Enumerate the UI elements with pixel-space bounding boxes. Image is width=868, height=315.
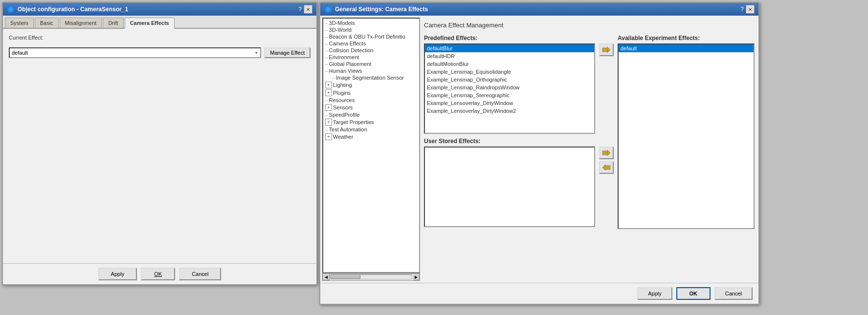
tree-panel[interactable]: – 3D-Models – 3D-World – Beacon & OBU Tx…: [322, 18, 420, 273]
tree-item-beacon[interactable]: – Beacon & OBU Tx-Port Definitio: [324, 33, 418, 40]
dialog1-cancel-button[interactable]: Cancel: [179, 268, 221, 280]
tree-item-plugins[interactable]: + Plugins: [324, 89, 418, 97]
tree-item-3dworld[interactable]: – 3D-World: [324, 26, 418, 33]
scroll-thumb: [331, 275, 360, 279]
current-effect-value: default: [12, 50, 28, 56]
current-effect-row: default ▼ Manage Effect: [9, 47, 311, 58]
predefined-item-lensoverlay-dirty1[interactable]: Example_Lensoverlay_DirtyWindow: [425, 99, 594, 107]
tree-item-speedprofile[interactable]: – SpeedProfile: [324, 111, 418, 118]
tree-item-resources[interactable]: – Resources: [324, 97, 418, 104]
tree-item-target-properties[interactable]: + Target Properties: [324, 118, 418, 126]
dialog1-content: Current Effect: default ▼ Manage Effect: [3, 29, 316, 263]
svg-rect-4: [605, 166, 610, 169]
plugins-expander[interactable]: +: [325, 89, 332, 96]
dialog1-title: Object configuration - CameraSensor_1: [18, 6, 128, 13]
weather-expander[interactable]: +: [325, 133, 332, 140]
tab-camera-effects[interactable]: Camera Effects: [125, 18, 175, 29]
general-settings-dialog: General Settings: Camera Effects ? ✕ – 3…: [319, 2, 759, 305]
combo-arrow-icon: ▼: [254, 51, 258, 55]
dialog2-icon: [324, 5, 332, 13]
user-stored-list[interactable]: [424, 147, 595, 227]
tree-scrollbar[interactable]: ◀ ▶: [322, 273, 420, 281]
dialog2-close-btn[interactable]: ✕: [746, 5, 755, 14]
available-list[interactable]: default: [618, 43, 755, 229]
tree-item-camera-effects[interactable]: – Camera Effects: [324, 40, 418, 47]
predefined-section: Predefined Effects: defaultBlur defaultH…: [424, 35, 614, 134]
dialog1-help-btn[interactable]: ?: [298, 6, 302, 13]
svg-marker-5: [602, 165, 605, 170]
dialog2-footer: Apply OK Cancel: [320, 283, 758, 304]
svg-marker-3: [607, 150, 610, 156]
dialog1-title-bar: Object configuration - CameraSensor_1 ? …: [3, 3, 316, 16]
dialog1-ok-button[interactable]: OK: [141, 268, 175, 280]
camera-effect-mgmt-header: Camera Effect Management: [424, 20, 755, 31]
export-icon: [601, 148, 611, 158]
predefined-item-lensoverlay-dirty2[interactable]: Example_Lensoverlay_DirtyWindow2: [425, 107, 594, 115]
tab-misalignment[interactable]: Misalignment: [60, 18, 102, 28]
tree-item-collision[interactable]: – Collision Detection: [324, 47, 418, 54]
dialog2-title: General Settings: Camera Effects: [335, 6, 428, 13]
predefined-item-lensmap-equisolidangle[interactable]: Example_Lensmap_Equisolidangle: [425, 68, 594, 76]
tree-item-environment[interactable]: – Environment: [324, 54, 418, 61]
predefined-item-lensmap-raindrops[interactable]: Example_Lensmap_RaindropsWindow: [425, 84, 594, 91]
right-panel: Camera Effect Management Predefined Effe…: [422, 18, 757, 281]
scroll-left-btn[interactable]: ◀: [323, 273, 330, 280]
dialog2-title-bar: General Settings: Camera Effects ? ✕: [320, 3, 758, 16]
dialog2-cancel-button[interactable]: Cancel: [714, 287, 753, 300]
scroll-track: [331, 274, 412, 279]
tree-item-human-views[interactable]: – Human Views: [324, 67, 418, 74]
object-config-dialog: Object configuration - CameraSensor_1 ? …: [2, 2, 317, 285]
predefined-label: Predefined Effects:: [424, 35, 614, 42]
left-sections: Predefined Effects: defaultBlur defaultH…: [424, 35, 614, 279]
dialog2-ok-button[interactable]: OK: [676, 287, 711, 300]
predefined-item-lensmap-orthographic[interactable]: Example_Lensmap_Orthographic: [425, 76, 594, 84]
manage-effect-button[interactable]: Manage Effect: [264, 47, 311, 58]
lighting-expander[interactable]: +: [325, 82, 332, 88]
predefined-item-lensmap-stereographic[interactable]: Example_Lensmap_Stereographic: [425, 91, 594, 99]
tree-item-lighting[interactable]: + Lighting: [324, 81, 418, 89]
dialog2-apply-button[interactable]: Apply: [637, 287, 672, 300]
predefined-list[interactable]: defaultBlur defaultHDR defaultMotionBlur…: [424, 43, 595, 134]
tree-item-sensors[interactable]: + Sensors: [324, 104, 418, 111]
target-expander[interactable]: +: [325, 119, 332, 126]
available-effects-row: default: [618, 43, 755, 229]
two-col-layout: Predefined Effects: defaultBlur defaultH…: [424, 35, 755, 279]
predefined-item-defaulthdr[interactable]: defaultHDR: [425, 52, 594, 60]
user-stored-label: User Stored Effects:: [424, 138, 614, 145]
tree-item-weather[interactable]: + Weather: [324, 133, 418, 141]
dialog2-content: – 3D-Models – 3D-World – Beacon & OBU Tx…: [320, 16, 758, 283]
user-stored-buttons: [599, 147, 614, 174]
dialog1-close-btn[interactable]: ✕: [304, 5, 312, 14]
tree-item-global-placement[interactable]: – Global Placement: [324, 61, 418, 67]
user-stored-section: User Stored Effects:: [424, 138, 614, 227]
user-stored-btn-2[interactable]: [599, 161, 614, 174]
available-section: Available Experiment Effects: default: [618, 35, 755, 279]
sensors-expander[interactable]: +: [325, 104, 332, 111]
arrow-right-icon: [601, 45, 611, 55]
svg-marker-1: [607, 47, 610, 53]
dialog1-tab-bar: System Basic Misalignment Drift Camera E…: [3, 16, 316, 29]
tab-system[interactable]: System: [5, 18, 34, 28]
predefined-buttons: [599, 43, 614, 56]
user-stored-effects-row: [424, 147, 614, 227]
dialog2-help-btn[interactable]: ?: [740, 6, 744, 13]
svg-rect-0: [602, 48, 607, 52]
tree-item-test-automation[interactable]: – Test Automation: [324, 126, 418, 133]
user-stored-btn-1[interactable]: [599, 147, 614, 159]
scroll-right-btn[interactable]: ▶: [413, 273, 420, 280]
tree-item-image-seg[interactable]: – Image Segmentation Sensor: [324, 74, 418, 81]
dialog1-icon: [7, 5, 15, 13]
available-item-default[interactable]: default: [619, 44, 754, 52]
tree-item-3dmodels[interactable]: – 3D-Models: [324, 20, 418, 26]
import-icon: [601, 163, 611, 172]
current-effect-combo[interactable]: default ▼: [9, 47, 261, 58]
predefined-item-defaultblur[interactable]: defaultBlur: [425, 44, 594, 52]
tab-drift[interactable]: Drift: [103, 18, 123, 28]
tree-panel-wrapper: – 3D-Models – 3D-World – Beacon & OBU Tx…: [322, 18, 420, 281]
predefined-item-defaultmotionblur[interactable]: defaultMotionBlur: [425, 60, 594, 68]
available-label: Available Experiment Effects:: [618, 35, 755, 42]
dialog1-apply-button[interactable]: Apply: [98, 268, 137, 280]
svg-rect-2: [602, 151, 607, 155]
tab-basic[interactable]: Basic: [35, 18, 59, 28]
predefined-export-btn[interactable]: [599, 43, 614, 56]
